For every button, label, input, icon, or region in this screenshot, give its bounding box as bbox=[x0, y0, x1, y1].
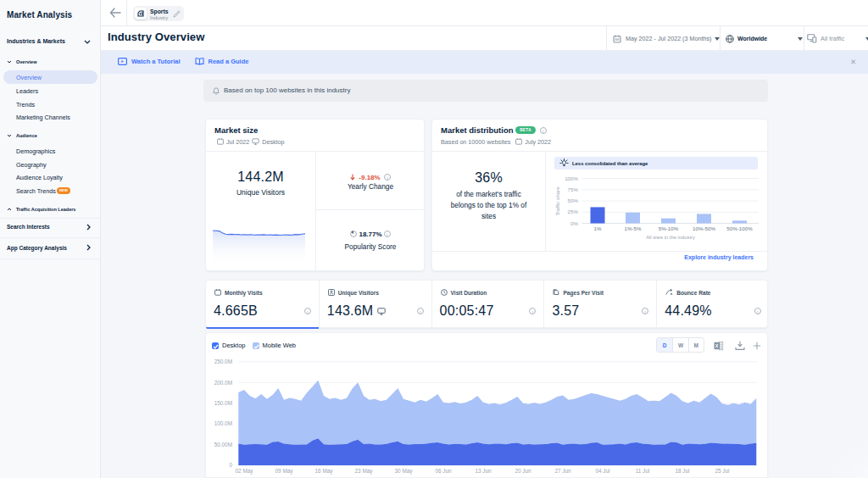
svg-text:1%-5%: 1%-5% bbox=[625, 225, 642, 231]
svg-text:23 May: 23 May bbox=[355, 468, 374, 475]
svg-text:20 Jun: 20 Jun bbox=[515, 468, 531, 474]
svg-text:0%: 0% bbox=[570, 220, 578, 226]
svg-text:250.0M: 250.0M bbox=[214, 358, 232, 364]
svg-text:06 Jun: 06 Jun bbox=[435, 468, 452, 474]
svg-text:50%-100%: 50%-100% bbox=[726, 225, 753, 231]
svg-text:16 May: 16 May bbox=[315, 468, 334, 475]
svg-text:04 Jul: 04 Jul bbox=[595, 468, 609, 474]
svg-text:100.0M: 100.0M bbox=[214, 420, 232, 426]
svg-text:50%: 50% bbox=[568, 197, 579, 203]
svg-text:13 Jun: 13 Jun bbox=[475, 468, 492, 474]
svg-text:25%: 25% bbox=[568, 208, 579, 214]
svg-text:27 Jun: 27 Jun bbox=[554, 468, 571, 474]
svg-text:1%: 1% bbox=[594, 225, 602, 231]
svg-text:75%: 75% bbox=[568, 186, 579, 192]
svg-text:5%-10%: 5%-10% bbox=[659, 225, 679, 231]
svg-text:150.0M: 150.0M bbox=[214, 400, 232, 406]
svg-text:09 May: 09 May bbox=[275, 468, 294, 475]
svg-text:10%-50%: 10%-50% bbox=[693, 225, 715, 231]
svg-text:18 Jul: 18 Jul bbox=[675, 468, 689, 474]
svg-text:11 Jul: 11 Jul bbox=[636, 468, 650, 474]
svg-text:Traffic share: Traffic share bbox=[554, 186, 560, 216]
svg-text:25 Jul: 25 Jul bbox=[715, 468, 729, 474]
svg-text:All sites in the industry: All sites in the industry bbox=[646, 235, 695, 240]
svg-text:02 May: 02 May bbox=[236, 468, 254, 475]
svg-text:30 May: 30 May bbox=[395, 468, 414, 475]
svg-text:200.0M: 200.0M bbox=[214, 380, 232, 386]
svg-text:0: 0 bbox=[229, 462, 232, 468]
svg-text:50.00M: 50.00M bbox=[214, 442, 232, 447]
svg-text:100%: 100% bbox=[565, 175, 578, 181]
